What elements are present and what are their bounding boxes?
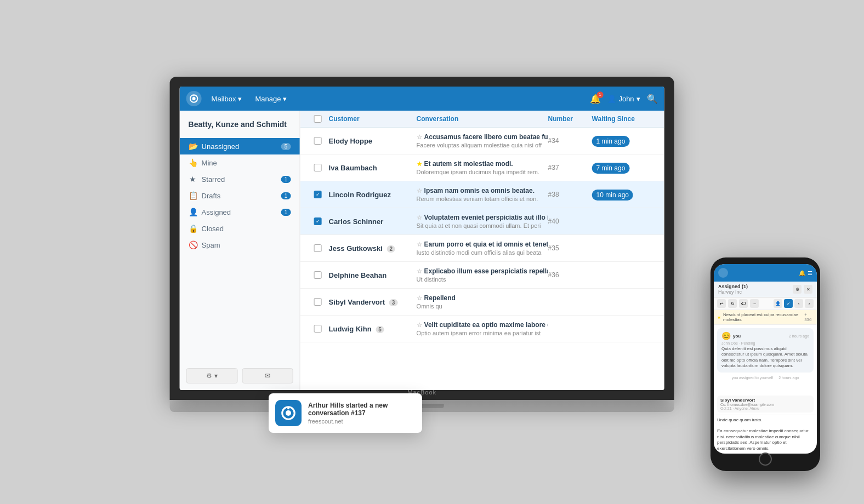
table-body: Elody Hoppe ☆ Accusamus facere libero cu… [300,128,664,390]
notification-badge: 1 [596,91,603,98]
sidebar-item-closed[interactable]: 🔒 Closed [180,220,300,237]
conv-cell: ☆ Earum porro et quia et id omnis et ten… [417,240,548,256]
customer-name: Sibyl Vandervort 3 [329,298,417,306]
scene: Mailbox ▾ Manage ▾ 🔔 1 👤 [0,0,864,504]
compose-button[interactable]: ✉ [242,368,293,383]
chat-bubble: 😊 you 2 hours ago John Doe · Pending Qui… [717,328,814,373]
waiting-badge: 1 min ago [592,136,630,147]
star-icon[interactable]: ☆ [417,214,422,221]
star-icon[interactable]: ☆ [417,295,422,302]
star-icon[interactable]: ☆ [417,134,422,141]
waiting-badge: 7 min ago [592,163,630,174]
star-icon[interactable]: ★ [417,161,422,168]
table-row[interactable]: Carlos Schinner ☆ Voluptatem eveniet per… [300,208,664,235]
customer-name: Elody Hoppe [329,137,417,145]
search-icon[interactable]: 🔍 [647,94,658,104]
star-icon[interactable]: ☆ [417,268,422,275]
customer-name: Jess Gutkowski 2 [329,244,417,253]
select-all-checkbox[interactable] [314,115,322,123]
settings-button[interactable]: ⚙ ▾ [186,368,238,383]
conv-cell: ★ Et autem sit molestiae modi. Doloremqu… [417,160,548,175]
sidebar-item-starred[interactable]: ★ Starred 1 [180,171,300,187]
phone-more-icon[interactable]: ··· [750,299,759,308]
phone-action-icon[interactable]: ✓ [784,299,793,308]
phone-assign-icon[interactable]: 👤 [774,299,782,308]
table-row[interactable]: Delphine Beahan ☆ Explicabo illum esse p… [300,262,664,289]
star-icon[interactable]: ☆ [417,187,422,194]
customer-name: Carlos Schinner [329,217,417,226]
mine-icon: 👆 [189,158,197,167]
row-checkbox[interactable] [314,298,322,306]
conv-number: #34 [548,137,592,145]
conv-cell: ☆ Explicabo illum esse perspiciatis repe… [417,267,548,283]
phone-message-area: 😊 you 2 hours ago John Doe · Pending Qui… [714,325,817,393]
row-checkbox[interactable] [314,191,322,198]
conv-number: #36 [548,271,592,279]
assigned-badge: 1 [281,209,291,216]
phone: 🔔 ☰ Assigned (1) Harvey Inc ⚙ ✕ ↩ ↻ [710,257,820,471]
phone-settings-icon[interactable]: ⚙ [793,285,802,294]
contact-email: Cc: thomas.doe@example.com [720,403,810,406]
sidebar-item-assigned[interactable]: 👤 Assigned 1 [180,204,300,220]
col-number: Number [548,115,592,123]
phone-reply-icon[interactable]: ↩ [717,299,726,308]
contact-name: Sibyl Vandervort [720,398,810,403]
sidebar-item-spam[interactable]: 🚫 Spam [180,237,300,253]
manage-menu[interactable]: Manage ▾ [249,93,292,105]
phone-company: Harvey Inc [718,289,748,295]
table-row[interactable]: Ludwig Kihn 5 ☆ Velit cupiditate ea opti… [300,316,664,342]
conv-cell: ☆ Velit cupiditate ea optio maxime labor… [417,321,548,336]
drafts-icon: 📋 [189,191,197,200]
mailbox-menu[interactable]: Mailbox ▾ [206,93,248,105]
table-row[interactable]: Lincoln Rodriguez ☆ Ipsam nam omnis ea o… [300,181,664,208]
home-button[interactable] [759,453,772,466]
table-row[interactable]: Jess Gutkowski 2 ☆ Earum porro et quia e… [300,235,664,262]
phone-tag-icon[interactable]: 🏷 [739,299,748,308]
conv-cell: ☆ Voluptatem eveniet perspiciatis aut il… [417,214,548,229]
phone-response-text: Unde quae quam iusto. Ea consequatur mol… [714,415,817,454]
phone-refresh-icon[interactable]: ↻ [728,299,737,308]
user-menu[interactable]: 👤 John ▾ [607,95,640,103]
phone-subheader: Assigned (1) Harvey Inc ⚙ ✕ [714,282,817,297]
phone-divider: you assigned to yourself 2 hours ago [717,375,814,381]
phone-home-bar [714,454,817,465]
assigned-icon: 👤 [189,208,197,216]
sidebar-label-spam: Spam [202,241,220,249]
sidebar-item-drafts[interactable]: 📋 Drafts 1 [180,187,300,204]
phone-nav-next-icon[interactable]: › [805,299,814,308]
row-checkbox[interactable] [314,244,322,252]
row-checkbox[interactable] [314,137,322,145]
phone-star-icon: ★ [717,315,721,320]
conv-number: #40 [548,217,592,225]
table-row[interactable]: Sibyl Vandervort 3 ☆ Repellend Omnis qu [300,289,664,316]
waiting-badge: 10 min ago [592,190,633,201]
phone-nav-prev-icon[interactable]: ‹ [794,299,803,308]
app-body: Beatty, Kunze and Schmidt 📂 Unassigned 5… [180,111,664,390]
row-checkbox[interactable] [314,217,322,225]
sidebar-item-mine[interactable]: 👆 Mine [180,154,300,171]
bubble-time: 2 hours ago [789,334,809,338]
bubble-meta-sub: John Doe · Pending [721,341,809,345]
table-row[interactable]: Iva Baumbach ★ Et autem sit molestiae mo… [300,154,664,181]
contact-card: Sibyl Vandervort Cc: thomas.doe@example.… [717,396,814,413]
sidebar-item-unassigned[interactable]: 📂 Unassigned 5 [180,138,300,154]
phone-header-icons: 🔔 ☰ [799,270,812,276]
table-row[interactable]: Elody Hoppe ☆ Accusamus facere libero cu… [300,128,664,154]
popup-content: Arthur Hills started a new conversation … [308,402,416,425]
star-icon[interactable]: ☆ [417,322,422,329]
row-checkbox[interactable] [314,271,322,279]
spam-icon: 🚫 [189,240,197,249]
conv-cell: ☆ Repellend Omnis qu [417,294,548,310]
laptop-body: Mailbox ▾ Manage ▾ 🔔 1 👤 [170,77,674,400]
phone-close-icon[interactable]: ✕ [804,285,812,294]
star-icon[interactable]: ☆ [417,241,422,248]
conv-cell: ☆ Ipsam nam omnis ea omnis beatae. Rerum… [417,187,548,202]
row-checkbox[interactable] [314,325,322,333]
app-logo-icon [186,91,202,106]
customer-name: Delphine Beahan [329,271,417,279]
sidebar-label-mine: Mine [202,159,217,167]
customer-name: Iva Baumbach [329,164,417,172]
row-checkbox[interactable] [314,164,322,171]
conv-number: #37 [548,164,592,171]
notification-bell-icon[interactable]: 🔔 1 [590,94,601,104]
